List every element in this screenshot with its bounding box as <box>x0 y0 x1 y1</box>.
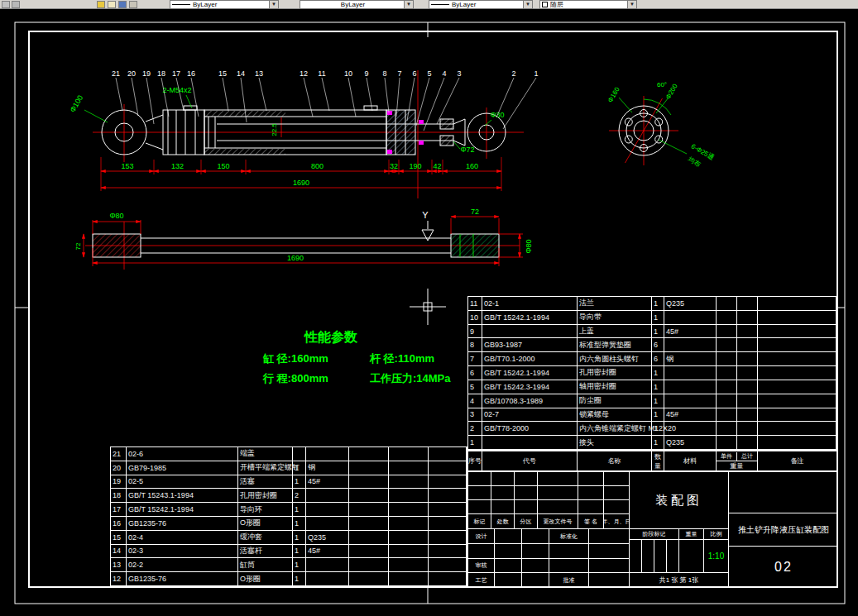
combo-arrow-icon[interactable]: ▼ <box>404 1 413 8</box>
bom-cell <box>389 558 429 572</box>
bom-cell: 2 <box>468 422 482 436</box>
bom-cell <box>429 517 467 531</box>
layer-state-icon[interactable] <box>108 1 116 8</box>
bom-cell: 法兰 <box>578 297 652 311</box>
header-code: 代号 <box>482 451 578 470</box>
bom-cell: GB/10708.3-1989 <box>482 394 578 408</box>
bom-cell <box>349 517 389 531</box>
titleblock-cell <box>549 544 589 559</box>
bom-cell: Q235 <box>306 531 349 545</box>
plotstyle-combo[interactable]: ByLayer ▼ <box>429 0 533 9</box>
leader-line <box>496 78 514 117</box>
lineweight-value: ByLayer <box>302 1 404 8</box>
bom-cell: 2 <box>293 489 306 503</box>
bom-cell: GB/T 15242.1-1994 <box>482 366 578 380</box>
bom-cell: GB93-1987 <box>482 338 578 352</box>
toolbar-icon[interactable] <box>12 1 20 8</box>
titleblock-cell <box>642 540 654 573</box>
leader-line <box>437 78 459 124</box>
dim-72-left: 72 <box>74 242 82 250</box>
bom-cell: 1 <box>652 394 664 408</box>
leader-line <box>223 78 228 111</box>
titleblock-cell <box>522 544 549 559</box>
linetype-combo[interactable]: ByLayer ▼ <box>170 0 279 9</box>
bom-cell <box>737 380 758 394</box>
bom-cell <box>306 572 349 586</box>
bom-cell: GB/T70.1-2000 <box>482 352 578 366</box>
bom-cell: 1 <box>652 297 664 311</box>
bom-cell: 内六角锥端紧定螺钉 M12X20 <box>578 422 652 436</box>
titleblock-cell <box>578 472 604 486</box>
titleblock-cell <box>604 500 630 514</box>
part-number: 13 <box>255 69 263 78</box>
bom-table-right: 1102-1法兰1Q23510GB/T 15242.1-1994导向带19上盖1… <box>467 296 837 451</box>
bom-cell: 缸筒 <box>238 558 293 572</box>
dimension-value: 153 <box>121 162 133 170</box>
bom-cell: GB/T 15242.1-1994 <box>482 311 578 325</box>
bom-cell <box>306 447 349 461</box>
part-number: 8 <box>382 69 386 78</box>
bom-cell: 导向环 <box>238 503 293 517</box>
dimension-total: 1690 <box>293 179 309 187</box>
titleblock-cell <box>468 472 491 486</box>
bom-cell <box>429 447 467 461</box>
layers-icon[interactable] <box>97 1 105 8</box>
bom-cell <box>349 558 389 572</box>
titleblock-cell: 工艺 <box>468 573 495 588</box>
bom-cell <box>758 422 836 436</box>
bom-cell: 1 <box>293 517 306 531</box>
bom-cell <box>306 558 349 572</box>
bom-cell: 1 <box>293 572 306 586</box>
crosshair-cursor[interactable] <box>410 289 446 325</box>
make-layer-icon[interactable] <box>129 1 137 8</box>
bom-cell <box>737 394 758 408</box>
bom-cell: 导向带 <box>578 311 652 325</box>
plotstyle-value: ByLayer <box>452 1 523 8</box>
bom-cell: 1 <box>468 436 482 450</box>
toolbar-icon[interactable] <box>2 1 10 8</box>
bom-cell: 开槽平端紧定螺钉 <box>238 461 293 475</box>
bom-cell <box>389 475 429 489</box>
titleblock-grid: 标记处数分区更改文件号签 名年、月、日 <box>468 472 630 529</box>
bom-cell <box>306 489 349 503</box>
bom-cell: GB/T 15242.1-1994 <box>127 503 238 517</box>
bom-cell <box>664 338 717 352</box>
titleblock-cell <box>538 500 578 514</box>
titleblock-grid: 1:10 <box>630 540 729 573</box>
bom-cell <box>429 572 467 586</box>
bom-cell <box>429 531 467 545</box>
bom-cell: 4 <box>468 394 482 408</box>
titleblock-cell: 更改文件号 <box>538 514 578 529</box>
bom-cell: 18 <box>111 489 127 503</box>
combo-arrow-icon[interactable]: ▼ <box>523 1 532 8</box>
lineweight-combo[interactable]: ByLayer ▼ <box>300 0 414 9</box>
header-weight: 单件 总计 重量 <box>717 451 758 470</box>
bom-cell <box>306 517 349 531</box>
dim-phi80-left: Φ80 <box>109 212 123 220</box>
line-sample-icon <box>431 4 449 5</box>
bom-cell <box>664 422 717 436</box>
bom-cell: 1 <box>293 475 306 489</box>
combo-arrow-icon[interactable]: ▼ <box>627 1 636 8</box>
bom-cell <box>737 366 758 380</box>
header-weight-total: 总计 <box>737 452 757 461</box>
part-number: 20 <box>127 69 136 78</box>
bom-cell <box>737 325 758 339</box>
performance-rod: 杆 径:110mm <box>369 352 434 365</box>
bom-cell: Q235 <box>664 297 717 311</box>
bom-cell: 02-2 <box>127 558 238 572</box>
bom-cell <box>717 422 737 436</box>
bom-cell: 3 <box>468 408 482 423</box>
titleblock-cell <box>495 529 522 544</box>
bom-cell: 6 <box>468 366 482 380</box>
bom-cell <box>482 325 578 339</box>
combo-arrow-icon[interactable]: ▼ <box>269 1 278 8</box>
titleblock-cell <box>549 559 589 573</box>
layer-properties-icon[interactable] <box>118 1 127 8</box>
part-number: 2 <box>511 69 515 78</box>
top-toolbar: ByLayer ▼ ByLayer ▼ ByLayer ▼ 随层 ▼ <box>0 0 858 9</box>
titleblock-cell <box>468 500 491 514</box>
bom-cell <box>389 503 429 517</box>
bom-cell: 02-3 <box>127 545 238 559</box>
color-combo[interactable]: 随层 ▼ <box>539 0 637 9</box>
